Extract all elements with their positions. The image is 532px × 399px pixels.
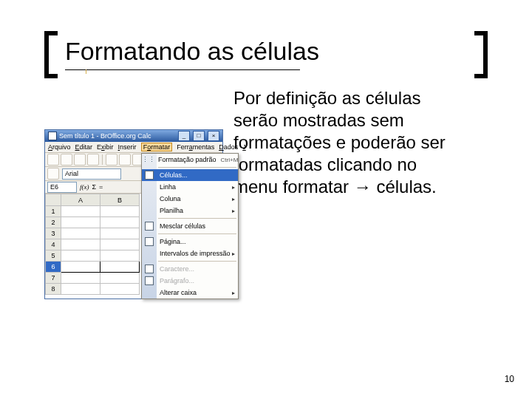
fx-icon[interactable]: f(x) bbox=[80, 183, 89, 191]
menu-item[interactable]: Células... bbox=[142, 169, 238, 181]
title-accent-icon bbox=[86, 69, 86, 74]
row-header[interactable]: 6 bbox=[46, 262, 61, 273]
menu-item-icon bbox=[142, 193, 157, 205]
menu-item[interactable]: Planilha▸ bbox=[142, 205, 238, 216]
menu-item-label: Intervalos de impressão bbox=[157, 250, 232, 257]
title-row: Formatando as células bbox=[44, 31, 488, 83]
row-header[interactable]: 3 bbox=[46, 228, 61, 239]
toolbar-button[interactable] bbox=[61, 154, 72, 166]
toolbar-button[interactable] bbox=[47, 154, 59, 166]
cell[interactable] bbox=[61, 228, 100, 239]
menu-separator bbox=[158, 233, 236, 234]
menu-item[interactable]: ⋮⋮Formatação padrãoCtrl+M bbox=[142, 154, 238, 166]
menu-item-icon bbox=[142, 220, 157, 232]
menu-item-icon bbox=[142, 205, 157, 216]
select-all-corner[interactable] bbox=[46, 194, 61, 206]
menu-item-label: Formatação padrão bbox=[155, 156, 216, 163]
row-header[interactable]: 8 bbox=[46, 284, 61, 295]
menubar[interactable]: ArquivoEditarExibirInserirFormatarFerram… bbox=[45, 142, 222, 153]
cell[interactable] bbox=[100, 262, 140, 273]
menu-item-label: Caractere... bbox=[157, 265, 235, 273]
cell[interactable] bbox=[61, 217, 100, 228]
app-icon bbox=[48, 132, 57, 140]
title-underline bbox=[65, 69, 300, 70]
cell[interactable] bbox=[61, 206, 100, 217]
style-button[interactable] bbox=[47, 168, 59, 180]
column-header[interactable]: B bbox=[100, 194, 140, 206]
menu-item-label: Página... bbox=[157, 238, 235, 245]
menu-item: Parágrafo... bbox=[142, 275, 238, 287]
cell[interactable] bbox=[100, 250, 140, 262]
row-header[interactable]: 1 bbox=[46, 206, 61, 217]
font-name-value: Arial bbox=[65, 170, 78, 177]
menu-item-icon bbox=[142, 248, 157, 259]
equals-icon[interactable]: = bbox=[99, 183, 103, 191]
row-header[interactable]: 4 bbox=[46, 239, 61, 250]
cell[interactable] bbox=[100, 284, 140, 295]
cell-reference-box[interactable]: E6 bbox=[47, 182, 77, 193]
menu-item-label: Coluna bbox=[157, 195, 232, 202]
menu-editar[interactable]: Editar bbox=[75, 143, 93, 151]
cell[interactable] bbox=[100, 217, 140, 228]
cell-reference-value: E6 bbox=[50, 183, 58, 191]
menu-item[interactable]: Alterar caixa▸ bbox=[142, 287, 238, 299]
window-titlebar[interactable]: Sem título 1 - BrOffice.org Calc _ □ × bbox=[45, 130, 222, 142]
toolbar-button[interactable] bbox=[106, 154, 117, 166]
row-header[interactable]: 5 bbox=[46, 250, 61, 262]
menu-item-label: Células... bbox=[157, 171, 235, 179]
cell[interactable] bbox=[100, 273, 140, 284]
toolbar-separator bbox=[102, 154, 103, 165]
menu-formatar[interactable]: Formatar bbox=[141, 143, 173, 151]
font-name-combo[interactable]: Arial bbox=[62, 168, 121, 180]
bracket-left-icon bbox=[44, 31, 58, 78]
menu-item-label: Alterar caixa bbox=[157, 289, 232, 296]
row-header[interactable]: 2 bbox=[46, 217, 61, 228]
sigma-icon[interactable]: Σ bbox=[92, 183, 97, 191]
menu-dados[interactable]: Dados bbox=[219, 143, 238, 151]
menu-item[interactable]: Página... bbox=[142, 236, 238, 248]
page-number: 10 bbox=[505, 374, 514, 384]
toolbar-button[interactable] bbox=[119, 154, 131, 166]
menu-item-icon: ⋮⋮ bbox=[142, 154, 155, 166]
minimize-button[interactable]: _ bbox=[178, 131, 190, 141]
submenu-arrow-icon: ▸ bbox=[232, 208, 235, 214]
toolbar-button[interactable] bbox=[74, 154, 86, 166]
slide-title: Formatando as células bbox=[65, 37, 319, 66]
menu-item-icon bbox=[142, 169, 157, 181]
menu-item-icon bbox=[142, 287, 157, 299]
close-button[interactable]: × bbox=[208, 131, 219, 141]
menu-arquivo[interactable]: Arquivo bbox=[48, 143, 71, 151]
menu-item[interactable]: Linha▸ bbox=[142, 181, 238, 193]
cell[interactable] bbox=[61, 250, 100, 262]
menu-ferramentas[interactable]: Ferramentas bbox=[177, 143, 214, 151]
cell[interactable] bbox=[100, 228, 140, 239]
menu-item-shortcut: Ctrl+M bbox=[216, 157, 239, 163]
menu-item[interactable]: Mesclar células bbox=[142, 220, 238, 232]
row-header[interactable]: 7 bbox=[46, 273, 61, 284]
menu-item-icon bbox=[142, 275, 157, 287]
menu-item: Caractere... bbox=[142, 263, 238, 275]
cell[interactable] bbox=[100, 239, 140, 250]
format-menu-dropdown[interactable]: ⋮⋮Formatação padrãoCtrl+MCélulas...Linha… bbox=[141, 153, 239, 299]
maximize-button[interactable]: □ bbox=[193, 131, 205, 141]
submenu-arrow-icon: ▸ bbox=[232, 250, 235, 257]
menu-j[interactable]: J bbox=[242, 143, 246, 151]
calc-window: Sem título 1 - BrOffice.org Calc _ □ × A… bbox=[44, 129, 223, 299]
menu-item-icon bbox=[142, 181, 157, 193]
menu-item-icon bbox=[142, 236, 157, 248]
cell[interactable] bbox=[61, 239, 100, 250]
slide-body: Por definição as células serão mostradas… bbox=[233, 87, 455, 198]
cell[interactable] bbox=[100, 206, 140, 217]
cell[interactable] bbox=[61, 262, 100, 273]
menu-item[interactable]: Coluna▸ bbox=[142, 193, 238, 205]
toolbar-button[interactable] bbox=[87, 154, 99, 166]
column-header[interactable]: A bbox=[61, 194, 100, 206]
menu-item-label: Parágrafo... bbox=[157, 277, 235, 284]
submenu-arrow-icon: ▸ bbox=[232, 196, 235, 202]
cell[interactable] bbox=[61, 284, 100, 295]
menu-item-label: Mesclar células bbox=[157, 222, 235, 230]
menu-item[interactable]: Intervalos de impressão▸ bbox=[142, 248, 238, 259]
cell[interactable] bbox=[61, 273, 100, 284]
menu-exibir[interactable]: Exibir bbox=[97, 143, 114, 151]
menu-inserir[interactable]: Inserir bbox=[118, 143, 137, 151]
